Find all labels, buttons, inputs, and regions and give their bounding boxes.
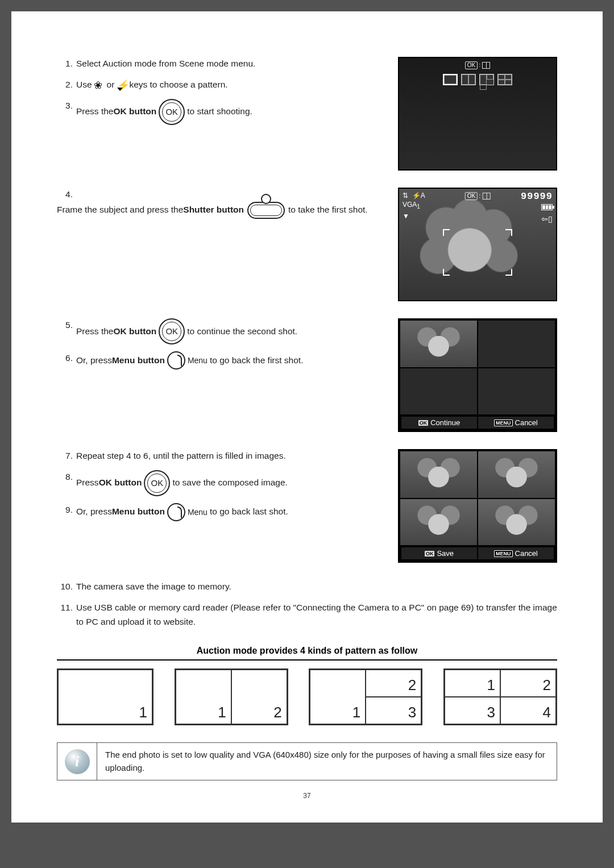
pattern-row: 1 12 1 2 3 12 34: [57, 668, 557, 725]
ok-button-icon: OK: [144, 470, 170, 496]
step-5: 5. Press the OK button OK to continue th…: [57, 318, 381, 344]
step-3: 3. Press the OK button OK to start shoot…: [57, 99, 381, 125]
step-8: 8. Press OK button OK to save the compos…: [57, 470, 381, 496]
screen-continue: OKContinue MENUCancel: [398, 318, 557, 432]
screen-live-view: ⇅ ⚡A VGA1 ▼ OK: 99999 ⇦▯: [398, 188, 557, 301]
manual-page: 1. Select Auction mode from Scene mode m…: [11, 11, 603, 823]
flash-icon: [116, 80, 127, 90]
macro-icon: [94, 80, 105, 90]
step-2: 2. Use or keys to choose a pattern.: [57, 78, 381, 92]
note-text: The end photo is set to low quality and …: [97, 743, 557, 780]
screen-pattern-select: OK:: [398, 57, 557, 171]
menu-button-icon: [167, 503, 185, 521]
pattern-2: 12: [175, 668, 288, 725]
pattern-1: 1: [57, 668, 154, 725]
step-1: 1. Select Auction mode from Scene mode m…: [57, 57, 381, 71]
shutter-button-icon: [247, 202, 285, 219]
step-6: 6. Or, press Menu button Menu to go back…: [57, 351, 381, 369]
battery-icon: [541, 204, 553, 210]
note-box: i The end photo is set to low quality an…: [57, 742, 557, 780]
hud-top-left: ⇅ ⚡A VGA1 ▼: [403, 191, 425, 221]
pattern-3: 1 2 3: [309, 668, 422, 725]
info-icon: i: [65, 749, 90, 774]
step-4: 4. Frame the subject and press the Shutt…: [57, 188, 381, 219]
pattern-4: 12 34: [443, 668, 557, 725]
ok-button-icon: OK: [159, 99, 185, 125]
step-7: 7. Repeat step 4 to 6, until the pattern…: [57, 449, 381, 463]
step-9: 9. Or, press Menu button Menu to go back…: [57, 503, 381, 521]
page-number: 37: [57, 792, 557, 800]
hud-top-right: 99999 ⇦▯: [521, 191, 553, 223]
step-10: 10. The camera save the image to memory.: [57, 580, 557, 594]
screen-save: OKSave MENUCancel: [398, 449, 557, 563]
hud-top-center: OK:: [465, 192, 491, 200]
sd-card-icon: ⇦▯: [521, 214, 553, 223]
step-11: 11. Use USB cable or memory card reader …: [57, 601, 557, 629]
ok-button-icon: OK: [159, 318, 185, 344]
menu-button-icon: [167, 351, 185, 369]
pattern-title: Auction mode provides 4 kinds of pattern…: [57, 646, 557, 661]
